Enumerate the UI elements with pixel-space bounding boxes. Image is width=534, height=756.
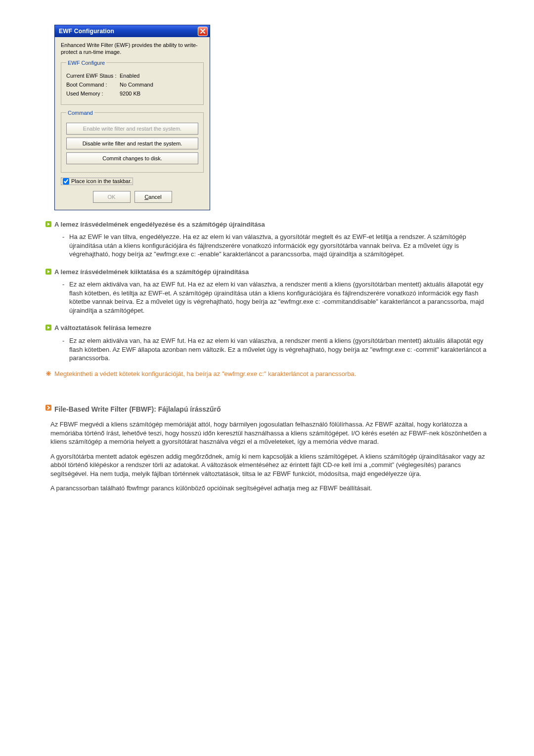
boot-row: Boot Command : No Command [66, 82, 198, 88]
taskbar-icon-row: Place icon in the taskbar. [61, 178, 204, 185]
dialog-titlebar: EWF Configuration [55, 25, 210, 37]
note-text: Megtekintheti a védett kötetek konfigurá… [54, 370, 356, 378]
list-item: Ez az elem aktiválva van, ha az EWF fut.… [62, 336, 489, 363]
svg-rect-7 [45, 405, 51, 411]
cancel-rest: ancel [148, 194, 161, 200]
memory-value: 9200 KB [120, 91, 140, 96]
section-3-list: Ez az elem aktiválva van, ha az EWF fut.… [62, 336, 489, 363]
section-4-p3: A parancssorban található fbwfmgr paranc… [50, 484, 489, 493]
play-icon [45, 325, 51, 331]
section-3-header: A változtatások felírása lemezre [45, 324, 489, 332]
asterisk-icon [45, 371, 51, 378]
status-value: Enabled [120, 73, 139, 79]
section-1-title: A lemez írásvédelmének engedélyezése és … [54, 220, 265, 229]
taskbar-icon-label: Place icon in the taskbar. [71, 178, 132, 184]
dialog-intro: Enhanced Write Filter (EWF) provides the… [61, 42, 204, 56]
boot-value: No Command [120, 82, 153, 88]
play-icon [45, 269, 51, 275]
dialog-body: Enhanced Write Filter (EWF) provides the… [55, 37, 210, 210]
section-3-title: A változtatások felírása lemezre [54, 324, 151, 332]
list-item: Ez az elem aktiválva van, ha az EWF fut.… [62, 280, 489, 315]
section-2-list: Ez az elem aktiválva van, ha az EWF fut.… [62, 280, 489, 315]
taskbar-icon-checkbox[interactable] [63, 178, 69, 185]
command-group: Command Enable write filter and restart … [61, 110, 204, 173]
ewf-configure-group: EWF Configure Current EWF Staus : Enable… [61, 60, 204, 105]
ewf-configure-legend: EWF Configure [66, 60, 106, 66]
ewf-config-dialog: EWF Configuration Enhanced Write Filter … [54, 25, 210, 210]
dialog-title: EWF Configuration [59, 28, 114, 35]
section-4-p2: A gyorsítótárba mentett adatok egészen a… [50, 452, 489, 478]
cancel-mnemonic: C [144, 194, 148, 200]
section-4-p1: Az FBWF megvédi a kliens számítógép memó… [50, 420, 489, 446]
section-2-header: A lemez írásvédelmének kiiktatása és a s… [45, 268, 489, 277]
content-area: A lemez írásvédelmének engedélyezése és … [45, 220, 489, 493]
status-row: Current EWF Staus : Enabled [66, 73, 198, 79]
note-row: Megtekintheti a védett kötetek konfigurá… [45, 370, 489, 378]
section-1-header: A lemez írásvédelmének engedélyezése és … [45, 220, 489, 229]
close-icon [200, 29, 205, 34]
section-1-list: Ha az EWF le van tiltva, engedélyezze. H… [62, 233, 489, 259]
list-item: Ha az EWF le van tiltva, engedélyezze. H… [62, 233, 489, 259]
ok-button: OK [93, 191, 131, 203]
commit-changes-button[interactable]: Commit changes to disk. [66, 152, 198, 164]
disable-write-filter-button[interactable]: Disable write filter and restart the sys… [66, 138, 198, 149]
chevron-icon [45, 405, 51, 411]
section-4-title: File-Based Write Filter (FBWF): Fájlalap… [54, 405, 221, 414]
section-4-header: File-Based Write Filter (FBWF): Fájlalap… [45, 405, 489, 414]
memory-row: Used Memory : 9200 KB [66, 91, 198, 96]
memory-label: Used Memory : [66, 91, 120, 96]
cancel-button[interactable]: Cancel [134, 191, 172, 203]
boot-label: Boot Command : [66, 82, 120, 88]
section-2-title: A lemez írásvédelmének kiiktatása és a s… [54, 268, 249, 277]
play-icon [45, 221, 51, 227]
status-label: Current EWF Staus : [66, 73, 120, 79]
enable-write-filter-button: Enable write filter and restart the syst… [66, 123, 198, 135]
close-button[interactable] [198, 27, 208, 36]
command-legend: Command [66, 110, 94, 116]
dialog-button-row: OK Cancel [61, 191, 204, 203]
